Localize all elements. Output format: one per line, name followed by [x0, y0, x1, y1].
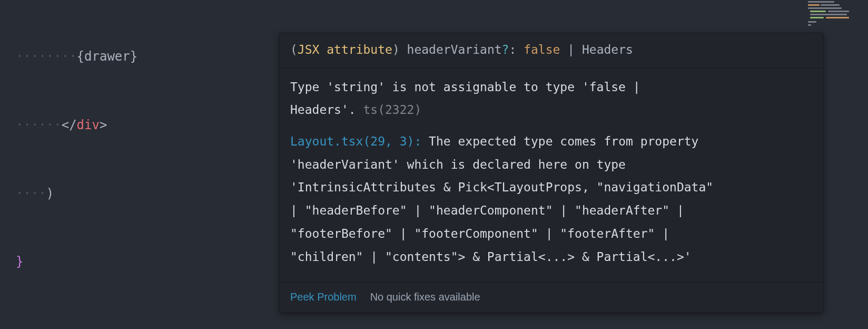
error-location-link[interactable]: Layout.tsx(29, 3):: [290, 134, 429, 148]
tag-open: </: [62, 118, 77, 132]
err-text: Type 'string' is not assignable to type …: [290, 80, 640, 94]
tag-name: div: [77, 118, 100, 132]
hover-tooltip: (JSX attribute) headerVariant?: false | …: [279, 33, 824, 313]
jsx-expression: {drawer}: [77, 49, 138, 64]
sig-name: headerVariant: [407, 43, 502, 56]
sig-pipe: |: [560, 43, 582, 56]
brace-close: }: [16, 254, 23, 269]
sig-type: Headers: [582, 43, 633, 56]
hover-footer: Peek Problem No quick fixes available: [280, 282, 823, 312]
tag-close: >: [100, 118, 107, 132]
sig-paren-open: (: [290, 43, 298, 56]
rel-text: "children" | "contents"> & Partial<...> …: [290, 250, 692, 264]
rel-text: | "headerBefore" | "headerComponent" | "…: [290, 204, 684, 217]
minimap[interactable]: [805, 0, 868, 32]
rel-text: The expected type comes from property: [429, 134, 698, 148]
sig-false: false: [524, 43, 560, 56]
peek-problem-link[interactable]: Peek Problem: [290, 287, 357, 307]
hover-signature: (JSX attribute) headerVariant?: false | …: [280, 33, 823, 69]
rel-text: 'headerVariant' which is declared here o…: [290, 158, 626, 171]
no-quick-fix-label: No quick fixes available: [370, 287, 480, 307]
error-message: Type 'string' is not assignable to type …: [290, 76, 813, 122]
related-info: Layout.tsx(29, 3): The expected type com…: [290, 130, 813, 268]
rel-text: 'IntrinsicAttributes & Pick<TLayoutProps…: [290, 180, 713, 194]
sig-colon: :: [509, 43, 524, 56]
paren-close: ): [46, 186, 54, 201]
hover-body: Type 'string' is not assignable to type …: [280, 69, 823, 283]
err-text: Headers'.: [290, 103, 363, 117]
sig-opt: ?: [502, 43, 509, 56]
rel-text: "footerBefore" | "footerComponent" | "fo…: [290, 227, 669, 240]
sig-paren-close: ): [392, 43, 407, 56]
ts-error-code: ts(2322): [363, 103, 421, 117]
sig-kind: JSX attribute: [298, 43, 392, 56]
